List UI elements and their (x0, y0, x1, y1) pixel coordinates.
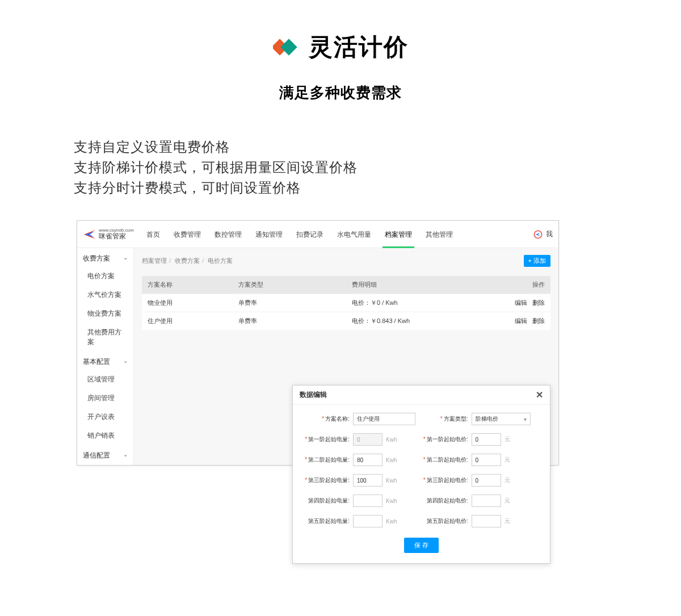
row-edit[interactable]: 编辑 (515, 299, 527, 306)
unit-kwh: Kwh (386, 477, 397, 484)
tier3-qty-label: 第三阶起始电量: (308, 477, 350, 483)
sidebar-item-electric[interactable]: 电价方案 (77, 267, 133, 286)
tier5-qty-input[interactable] (353, 515, 382, 527)
unit-kwh: Kwh (386, 457, 397, 463)
sidebar-group-comm[interactable]: 通信配置 ⌄ (77, 445, 133, 464)
nav-archive[interactable]: 档案管理 (378, 221, 419, 248)
sidebar-item-area[interactable]: 区域管理 (77, 370, 133, 389)
sidebar-item-otherfee[interactable]: 其他费用方案 (77, 323, 133, 351)
nav-billing[interactable]: 收费管理 (167, 221, 208, 248)
row-delete[interactable]: 删除 (532, 299, 545, 306)
hero-subtitle: 满足多种收费需求 (0, 83, 681, 103)
chevron-down-icon: ⌄ (123, 451, 128, 458)
td-detail: 电价：￥0.843 / Kwh (352, 317, 494, 325)
unit-yuan: 元 (505, 456, 510, 464)
modal-type-label: 方案类型: (444, 416, 468, 422)
unit-yuan: 元 (505, 435, 510, 443)
sidebar-item-close[interactable]: 销户销表 (77, 426, 133, 445)
sidebar-item-watergas[interactable]: 水气价方案 (77, 286, 133, 304)
crumb-1[interactable]: 收费方案 (175, 257, 200, 264)
add-button[interactable]: + 添加 (524, 255, 550, 267)
tier4-qty-label: 第四阶起始电量: (308, 497, 350, 504)
sidebar-item-open[interactable]: 开户设表 (77, 408, 133, 426)
plan-type-select[interactable]: 阶梯电价 (472, 413, 531, 425)
crumb-2[interactable]: 电价方案 (208, 257, 233, 264)
th-detail: 费用明细 (352, 280, 494, 289)
modal-name-label: 方案名称: (325, 416, 350, 422)
th-ops: 操作 (494, 280, 545, 289)
sidebar-group-label: 通信配置 (83, 451, 110, 459)
td-detail: 电价：￥0 / Kwh (352, 299, 494, 307)
edit-modal: 数据编辑 ✕ *方案名称: *方案类型: 阶梯电价 *第一阶起始电量: Kwh … (292, 385, 550, 564)
tier5-qty-label: 第五阶起始电量: (308, 518, 350, 524)
nav-usage[interactable]: 水电气用量 (330, 221, 378, 248)
breadcrumb: 档案管理/ 收费方案/ 电价方案 (142, 257, 233, 265)
td-name: 物业使用 (148, 299, 238, 307)
desc-line-2: 支持阶梯计价模式，可根据用量区间设置价格 (74, 157, 681, 178)
chevron-down-icon: ⌄ (123, 358, 128, 364)
tier4-price-input[interactable] (472, 495, 501, 507)
unit-kwh: Kwh (386, 437, 397, 443)
top-nav: www.csyndb.com 咪雀管家 首页 收费管理 数控管理 通知管理 扣费… (77, 221, 558, 248)
row-delete[interactable]: 删除 (532, 317, 545, 324)
unit-yuan: 元 (505, 476, 510, 484)
unit-kwh: Kwh (386, 498, 397, 504)
close-icon[interactable]: ✕ (536, 391, 543, 400)
sidebar: 收费方案 ⌄ 电价方案 水气价方案 物业费方案 其他费用方案 基本配置 ⌄ 区域… (77, 248, 134, 465)
tier2-price-input[interactable] (472, 454, 501, 466)
sidebar-group-label: 基本配置 (83, 358, 110, 366)
tier1-qty-label: 第一阶起始电量: (308, 436, 350, 442)
tier4-price-label: 第四阶起始电价: (427, 497, 468, 504)
tier1-price-input[interactable] (472, 433, 501, 446)
td-type: 单费率 (238, 317, 352, 325)
plan-type-value: 阶梯电价 (476, 415, 498, 423)
sidebar-group-label: 收费方案 (83, 254, 110, 262)
tier5-price-input[interactable] (472, 515, 501, 527)
crumb-0[interactable]: 档案管理 (142, 257, 167, 264)
nav-home[interactable]: 首页 (140, 221, 167, 248)
brand-diamonds-icon (273, 36, 300, 58)
desc-line-1: 支持自定义设置电费价格 (74, 137, 681, 157)
tier1-price-label: 第一阶起始电价: (427, 436, 468, 442)
tier3-price-label: 第三阶起始电价: (427, 477, 468, 483)
unit-yuan: 元 (505, 497, 510, 505)
row-edit[interactable]: 编辑 (515, 317, 527, 324)
plan-name-input[interactable] (353, 413, 415, 425)
sidebar-group-basic[interactable]: 基本配置 ⌄ (77, 351, 133, 370)
sidebar-group-billing[interactable]: 收费方案 ⌄ (77, 248, 133, 267)
table-row: 物业使用 单费率 电价：￥0 / Kwh 编辑 删除 (142, 294, 550, 312)
td-name: 住户使用 (148, 317, 238, 325)
tier2-qty-label: 第二阶起始电量: (308, 456, 350, 463)
hero-title: 灵活计价 (309, 31, 409, 63)
nav-deduction[interactable]: 扣费记录 (289, 221, 330, 248)
tier2-qty-input[interactable] (353, 454, 382, 466)
user-icon (533, 230, 543, 239)
save-button[interactable]: 保 存 (404, 538, 439, 553)
brand-logo-icon (83, 228, 96, 241)
tier2-price-label: 第二阶起始电价: (427, 456, 468, 463)
th-type: 方案类型 (238, 280, 352, 289)
table-row: 住户使用 单费率 电价：￥0.843 / Kwh 编辑 删除 (142, 312, 550, 330)
tier3-price-input[interactable] (472, 474, 501, 487)
nav-control[interactable]: 数控管理 (208, 221, 249, 248)
tier1-qty-input (353, 433, 382, 446)
desc-line-3: 支持分时计费模式，可时间设置价格 (74, 178, 681, 198)
unit-kwh: Kwh (386, 518, 397, 525)
user-label[interactable]: 我 (546, 229, 553, 239)
unit-yuan: 元 (505, 517, 510, 525)
chevron-down-icon: ⌄ (123, 254, 128, 261)
plan-table: 方案名称 方案类型 费用明细 操作 物业使用 单费率 电价：￥0 / Kwh 编… (142, 276, 550, 330)
tier5-price-label: 第五阶起始电价: (427, 518, 468, 524)
brand-name: 咪雀管家 (99, 232, 126, 240)
brand: www.csyndb.com 咪雀管家 (83, 228, 134, 241)
th-name: 方案名称 (148, 280, 238, 289)
sidebar-item-room[interactable]: 房间管理 (77, 389, 133, 408)
modal-title: 数据编辑 (300, 390, 327, 400)
td-type: 单费率 (238, 299, 352, 307)
svg-rect-1 (280, 39, 297, 55)
nav-notify[interactable]: 通知管理 (249, 221, 289, 248)
tier3-qty-input[interactable] (353, 474, 382, 487)
tier4-qty-input[interactable] (353, 495, 382, 507)
nav-other[interactable]: 其他管理 (419, 221, 460, 248)
sidebar-item-property[interactable]: 物业费方案 (77, 304, 133, 323)
